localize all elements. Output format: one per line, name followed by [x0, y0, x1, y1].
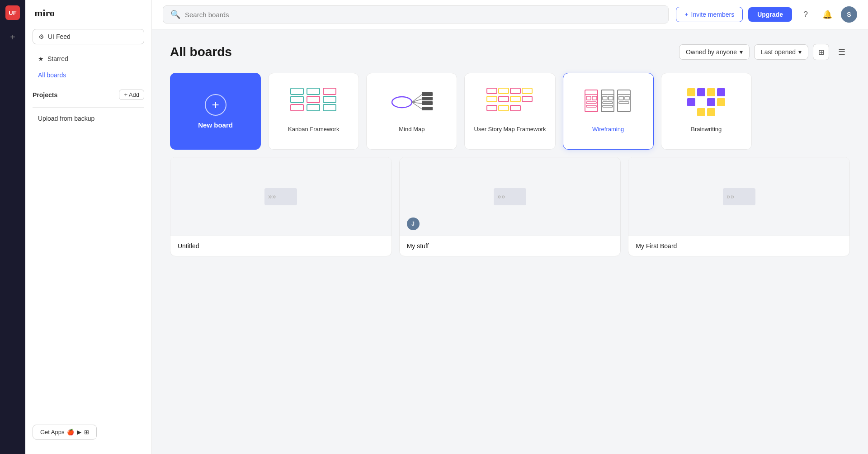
svg-rect-5 — [307, 96, 320, 103]
bell-icon: 🔔 — [822, 9, 832, 19]
svg-rect-39 — [609, 96, 613, 100]
svg-rect-33 — [592, 96, 597, 100]
svg-rect-44 — [619, 96, 623, 100]
left-nav: UF + — [0, 0, 25, 454]
ui-feed-section: ⚙ UI Feed — [33, 29, 144, 44]
app-logo: miro — [25, 7, 151, 29]
all-boards-label: All boards — [38, 71, 66, 79]
svg-text:»»: »» — [726, 192, 735, 201]
android-icon: ▶ — [77, 429, 81, 435]
invite-members-button[interactable]: + Invite members — [676, 7, 743, 22]
svg-text:miro: miro — [34, 7, 55, 18]
svg-rect-42 — [618, 90, 630, 112]
page-content: All boards Owned by anyone ▾ Last opened… — [152, 29, 868, 454]
nav-add-button[interactable]: + — [6, 31, 19, 43]
upgrade-button[interactable]: Upgrade — [748, 7, 792, 22]
board-card-untitled[interactable]: »» Untitled — [170, 157, 392, 256]
svg-rect-2 — [291, 96, 303, 103]
ui-feed-label: UI Feed — [48, 33, 71, 40]
svg-rect-28 — [499, 105, 509, 111]
user-story-svg — [485, 86, 535, 118]
mind-map-template-card[interactable]: Mind Map — [366, 73, 457, 150]
miro-preview-logo-2: »» — [494, 184, 526, 209]
owned-by-dropdown[interactable]: Owned by anyone ▾ — [679, 44, 750, 60]
get-apps-label: Get Apps — [40, 429, 64, 435]
miro-watermark-svg: »» — [264, 184, 297, 209]
svg-rect-40 — [603, 102, 613, 104]
main-content: 🔍 + Invite members Upgrade ? 🔔 S All boa… — [152, 0, 868, 454]
get-apps-button[interactable]: Get Apps 🍎 ▶ ⊞ — [33, 425, 97, 440]
list-view-button[interactable]: ☰ — [834, 44, 850, 60]
projects-label: Projects — [33, 91, 57, 99]
search-input[interactable] — [185, 11, 661, 19]
page-header: All boards Owned by anyone ▾ Last opened… — [170, 44, 850, 60]
svg-rect-25 — [510, 96, 520, 102]
svg-rect-8 — [323, 96, 336, 103]
wireframing-svg — [583, 86, 633, 118]
svg-rect-15 — [422, 92, 433, 96]
svg-rect-18 — [422, 107, 433, 110]
miro-preview-logo: »» — [264, 184, 297, 209]
board-card-first-board[interactable]: »» My First Board — [628, 157, 850, 256]
wireframing-icon — [583, 84, 633, 120]
svg-rect-16 — [422, 97, 433, 100]
topbar: 🔍 + Invite members Upgrade ? 🔔 S — [152, 0, 868, 29]
upload-from-backup[interactable]: Upload from backup — [25, 111, 151, 126]
board-name-my-stuff: My stuff — [407, 242, 429, 250]
svg-rect-36 — [601, 90, 614, 112]
board-footer-first-board: My First Board — [628, 236, 849, 256]
page-title: All boards — [170, 45, 232, 59]
sidebar-item-starred[interactable]: ★ Starred — [33, 52, 144, 66]
svg-rect-6 — [307, 104, 320, 111]
projects-section: Projects + Add — [25, 82, 151, 104]
user-story-label: User Story Map Framework — [474, 126, 546, 132]
board-card-my-stuff[interactable]: »» J My stuff — [399, 157, 621, 256]
brainwriting-template-card[interactable]: Brainwriting — [661, 73, 752, 150]
mind-map-icon — [389, 84, 434, 120]
user-avatar-top[interactable]: S — [841, 6, 857, 23]
svg-rect-49 — [707, 88, 715, 96]
svg-rect-52 — [707, 98, 715, 106]
ui-feed-button[interactable]: ⚙ UI Feed — [33, 29, 144, 44]
list-icon: ☰ — [838, 47, 845, 57]
wireframing-template-card[interactable]: Wireframing — [563, 73, 654, 150]
brainwriting-svg — [684, 86, 729, 118]
sidebar-nav: ★ Starred All boards — [25, 52, 151, 82]
svg-rect-3 — [291, 104, 303, 111]
sort-label: Last opened — [761, 48, 796, 56]
board-name-first-board: My First Board — [636, 242, 677, 250]
miro-preview-logo-3: »» — [723, 184, 755, 209]
svg-rect-32 — [586, 96, 591, 100]
mind-map-svg — [389, 86, 434, 118]
svg-rect-51 — [687, 98, 695, 106]
notifications-button[interactable]: 🔔 — [819, 6, 835, 23]
kanban-template-card[interactable]: Kanban Framework — [268, 73, 359, 150]
svg-rect-41 — [603, 105, 613, 107]
miro-watermark-svg-2: »» — [494, 184, 526, 209]
grid-view-button[interactable]: ⊞ — [813, 44, 829, 60]
plus-icon: + — [684, 11, 688, 18]
help-button[interactable]: ? — [797, 6, 814, 23]
help-icon: ? — [803, 10, 808, 19]
grid-icon: ⊞ — [818, 48, 824, 57]
user-story-template-card[interactable]: User Story Map Framework — [464, 73, 555, 150]
svg-rect-45 — [625, 96, 629, 100]
mind-map-label: Mind Map — [399, 126, 425, 132]
search-bar[interactable]: 🔍 — [163, 5, 669, 24]
new-board-card[interactable]: + New board — [170, 73, 261, 150]
invite-label: Invite members — [691, 11, 735, 18]
svg-rect-34 — [586, 102, 596, 104]
brainwriting-icon — [684, 84, 729, 120]
svg-rect-22 — [522, 88, 532, 94]
svg-point-10 — [392, 97, 412, 108]
svg-rect-48 — [697, 88, 705, 96]
svg-text:»»: »» — [497, 192, 505, 201]
sidebar-item-all-boards[interactable]: All boards — [33, 68, 144, 82]
sort-dropdown[interactable]: Last opened ▾ — [754, 44, 808, 60]
add-project-button[interactable]: + Add — [119, 90, 144, 100]
svg-rect-24 — [499, 96, 509, 102]
templates-grid: + New board — [170, 73, 850, 150]
user-avatar-nav[interactable]: UF — [5, 5, 20, 20]
svg-rect-1 — [291, 88, 303, 95]
sidebar-bottom: Get Apps 🍎 ▶ ⊞ — [25, 417, 151, 447]
